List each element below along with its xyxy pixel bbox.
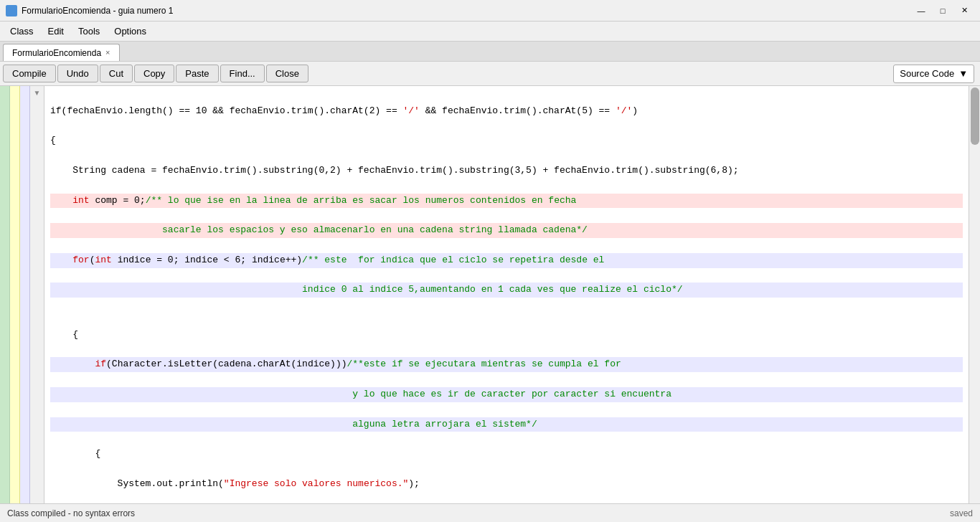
vertical-scrollbar[interactable] — [969, 86, 980, 503]
code-editor[interactable]: if(fechaEnvio.length() == 10 && fechaEnv… — [44, 86, 969, 503]
dropdown-arrow-icon: ▼ — [958, 68, 968, 79]
tab-formulario-encomienda[interactable]: FormularioEncomienda × — [3, 44, 120, 61]
close-window-button[interactable]: ✕ — [954, 4, 974, 18]
scrollbar-thumb[interactable] — [971, 87, 979, 145]
menu-tools[interactable]: Tools — [71, 23, 107, 39]
fold-arrow-icon: ▼ — [34, 89, 41, 97]
paste-button[interactable]: Paste — [176, 65, 218, 82]
tabbar: FormularioEncomienda × — [0, 42, 980, 62]
titlebar: FormularioEncomienda - guia numero 1 — □… — [0, 0, 980, 22]
tab-label: FormularioEncomienda — [12, 48, 101, 58]
find-button[interactable]: Find... — [220, 65, 265, 82]
editor-container: ▼ if(fechaEnvio.length() == 10 && fechaE… — [0, 86, 980, 503]
menu-class[interactable]: Class — [3, 23, 41, 39]
margin-arrow-area: ▼ — [30, 86, 44, 503]
compile-button[interactable]: Compile — [3, 65, 56, 82]
margin-strip-green — [0, 86, 10, 503]
cut-button[interactable]: Cut — [100, 65, 133, 82]
maximize-button[interactable]: □ — [933, 4, 953, 18]
app-icon — [6, 5, 17, 16]
window-title: FormularioEncomienda - guia numero 1 — [22, 6, 911, 16]
margin-strip-blue — [20, 86, 30, 503]
window-controls: — □ ✕ — [911, 4, 974, 18]
minimize-button[interactable]: — — [911, 4, 931, 18]
toolbar: Compile Undo Cut Copy Paste Find... Clos… — [0, 62, 980, 86]
menu-options[interactable]: Options — [107, 23, 154, 39]
margin-strip-yellow — [10, 86, 20, 503]
source-code-label: Source Code — [900, 68, 954, 79]
statusbar: Class compiled - no syntax errors saved — [0, 503, 980, 522]
menu-edit[interactable]: Edit — [41, 23, 71, 39]
copy-button[interactable]: Copy — [134, 65, 174, 82]
source-code-dropdown[interactable]: Source Code ▼ — [893, 65, 974, 83]
tab-close-button[interactable]: × — [105, 49, 110, 57]
undo-button[interactable]: Undo — [57, 65, 98, 82]
close-button[interactable]: Close — [266, 65, 308, 82]
menubar: Class Edit Tools Options — [0, 22, 980, 42]
saved-indicator: saved — [950, 508, 973, 518]
status-message: Class compiled - no syntax errors — [7, 508, 135, 518]
